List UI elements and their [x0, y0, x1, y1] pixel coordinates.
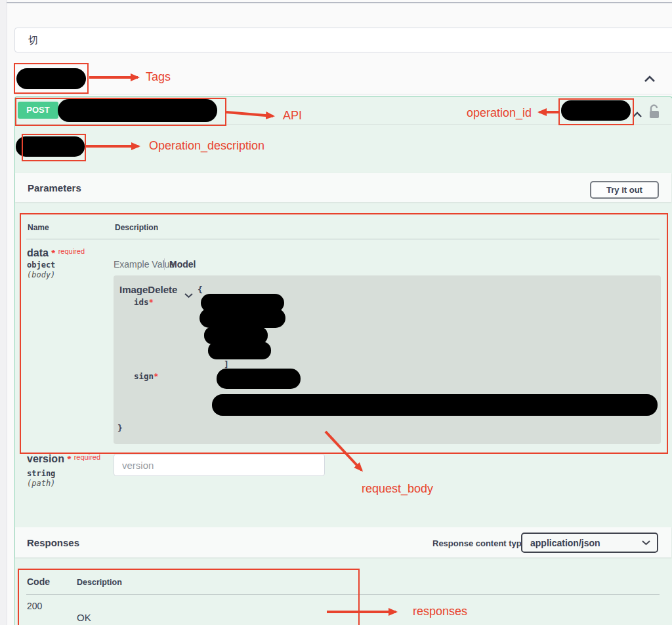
annotation-label-api: API: [283, 109, 302, 123]
annotation-label-responses: responses: [413, 605, 467, 618]
filter-input[interactable]: [14, 28, 672, 52]
annotation-label-operation-id: operation_id: [467, 106, 532, 120]
annotation-box-request-body: [20, 213, 668, 454]
annotation-label-request-body: request_body: [362, 482, 433, 496]
responses-title: Responses: [27, 537, 79, 548]
tag-collapse-chevron-up-icon[interactable]: [644, 73, 656, 85]
auth-unlocked-icon[interactable]: [648, 104, 660, 123]
required-star: *: [67, 453, 71, 464]
param-version-in: (path): [27, 479, 55, 488]
annotation-label-tags: Tags: [146, 70, 171, 84]
parameters-header: [15, 173, 671, 202]
swagger-page: POST Parameters Try it out Name Descript…: [0, 0, 672, 625]
param-version-type: string: [27, 469, 55, 478]
param-version-name: version * required: [27, 453, 100, 465]
parameters-title: Parameters: [28, 182, 81, 193]
select-chevron-down-icon: [642, 540, 650, 546]
annotation-box-tags: [14, 63, 89, 94]
response-content-type-select[interactable]: application/json: [521, 533, 658, 553]
required-label: required: [74, 453, 100, 461]
annotation-box-responses: [18, 569, 360, 625]
scrollbar-gutter[interactable]: [0, 0, 7, 625]
tag-section-divider: [14, 94, 672, 94]
annotation-box-operation-description: [22, 134, 86, 161]
annotation-label-operation-description: Operation_description: [149, 139, 264, 153]
content-type-value: application/json: [530, 538, 600, 548]
version-input[interactable]: [114, 454, 325, 476]
response-content-type-label: Response content type: [432, 538, 526, 548]
annotation-box-api: [15, 98, 226, 126]
annotation-box-operation-id: [558, 98, 634, 125]
try-it-out-button[interactable]: Try it out: [590, 181, 659, 199]
top-divider: [7, 2, 672, 3]
